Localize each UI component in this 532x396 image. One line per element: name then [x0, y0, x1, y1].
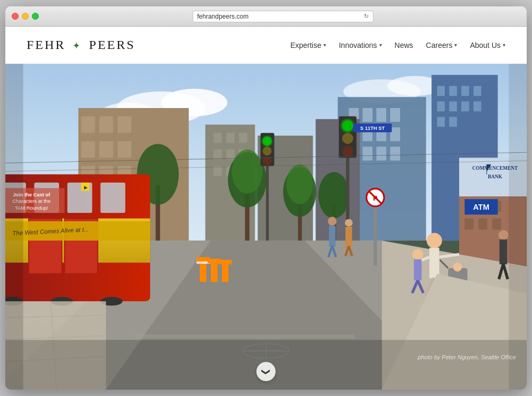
svg-rect-109: [101, 183, 126, 213]
svg-rect-63: [81, 141, 95, 158]
svg-rect-37: [213, 166, 222, 176]
svg-rect-135: [429, 248, 439, 278]
svg-rect-62: [118, 117, 131, 133]
svg-point-144: [453, 262, 462, 271]
nav-item-careers[interactable]: Careers ▾: [426, 41, 458, 50]
svg-rect-60: [81, 117, 95, 133]
nav-about-label: About Us: [470, 41, 501, 50]
nav-item-news[interactable]: News: [395, 41, 413, 50]
svg-rect-17: [376, 147, 386, 161]
svg-rect-22: [461, 86, 469, 96]
svg-point-157: [498, 230, 509, 240]
svg-rect-61: [99, 117, 113, 133]
svg-rect-65: [118, 141, 131, 158]
logo-text-right: Peers: [89, 38, 135, 52]
svg-text:ATM: ATM: [473, 203, 489, 211]
browser-window: fehrandpeers.com ↻ Fehr ✦ Peers Expertis…: [5, 6, 527, 390]
traffic-lights: [12, 13, 39, 20]
nav-item-about-us[interactable]: About Us ▾: [470, 41, 505, 50]
refresh-icon[interactable]: ↻: [364, 13, 369, 20]
svg-rect-32: [226, 133, 235, 143]
svg-point-89: [342, 146, 353, 157]
svg-rect-28: [437, 117, 445, 127]
nav-item-innovations[interactable]: Innovations ▾: [339, 41, 382, 50]
svg-rect-8: [363, 108, 373, 122]
chevron-down-icon: ▾: [323, 42, 326, 48]
svg-point-153: [345, 219, 353, 227]
svg-rect-33: [239, 133, 247, 143]
maximize-button[interactable]: [32, 13, 39, 20]
chevron-down-icon: ▾: [454, 42, 457, 48]
svg-text:▶: ▶: [84, 185, 88, 190]
hero-section: COMMENCEMENT BANK ATM: [5, 64, 527, 390]
website-content: Fehr ✦ Peers Expertise ▾ Innovations ▾ N…: [5, 27, 527, 390]
svg-point-76: [319, 172, 350, 218]
hero-image: COMMENCEMENT BANK ATM: [5, 64, 527, 390]
logo[interactable]: Fehr ✦ Peers: [27, 38, 135, 52]
svg-point-71: [232, 150, 263, 194]
svg-point-84: [262, 136, 273, 147]
nav-news-label: News: [395, 41, 413, 50]
logo-text-left: Fehr: [27, 38, 65, 52]
svg-rect-50: [478, 218, 487, 229]
chevron-down-icon: ❯: [261, 368, 271, 375]
svg-rect-49: [464, 218, 473, 229]
svg-rect-26: [461, 102, 469, 112]
svg-rect-18: [390, 147, 400, 161]
svg-rect-31: [213, 133, 222, 143]
svg-point-74: [286, 164, 313, 204]
svg-rect-27: [473, 102, 481, 112]
minimize-button[interactable]: [22, 13, 29, 20]
svg-rect-25: [449, 102, 457, 112]
address-bar[interactable]: fehrandpeers.com ↻: [193, 11, 373, 22]
nav-item-expertise[interactable]: Expertise ▾: [290, 41, 326, 50]
photo-credit: photo by Peter Nguyen, Seattle Office: [418, 354, 516, 360]
svg-point-82: [263, 147, 272, 156]
svg-point-134: [427, 233, 442, 248]
logo-leaf-icon: ✦: [72, 40, 82, 51]
svg-rect-158: [500, 240, 508, 265]
browser-titlebar: fehrandpeers.com ↻: [5, 6, 527, 27]
svg-rect-9: [376, 108, 386, 122]
address-bar-container: fehrandpeers.com ↻: [45, 11, 520, 22]
svg-rect-146: [414, 259, 422, 280]
svg-rect-64: [99, 141, 113, 158]
svg-rect-29: [449, 117, 457, 127]
nav-careers-label: Careers: [426, 41, 453, 50]
svg-rect-99: [134, 334, 354, 339]
svg-point-145: [412, 249, 423, 260]
svg-rect-24: [437, 102, 445, 112]
svg-rect-16: [363, 147, 373, 161]
svg-text:BANK: BANK: [488, 174, 503, 179]
scroll-down-button[interactable]: ❯: [256, 362, 276, 381]
svg-rect-126: [211, 261, 217, 282]
nav-expertise-label: Expertise: [290, 41, 321, 50]
svg-rect-128: [222, 262, 228, 282]
svg-point-90: [340, 119, 355, 133]
svg-rect-51: [492, 218, 501, 229]
svg-rect-10: [390, 108, 400, 122]
nav-links: Expertise ▾ Innovations ▾ News Careers ▾…: [290, 41, 505, 50]
svg-rect-150: [329, 226, 335, 246]
nav-innovations-label: Innovations: [339, 41, 377, 50]
svg-point-88: [342, 133, 353, 144]
svg-rect-35: [226, 150, 235, 160]
svg-text:S 11TH ST: S 11TH ST: [360, 126, 385, 131]
svg-rect-23: [473, 86, 481, 96]
chevron-down-icon: ▾: [503, 42, 505, 48]
svg-rect-154: [345, 227, 352, 246]
svg-rect-21: [449, 86, 457, 96]
svg-rect-20: [437, 86, 445, 96]
chevron-down-icon: ▾: [379, 42, 382, 48]
navbar: Fehr ✦ Peers Expertise ▾ Innovations ▾ N…: [5, 27, 527, 64]
close-button[interactable]: [12, 13, 19, 20]
logo-text: Fehr ✦ Peers: [27, 38, 135, 52]
svg-rect-34: [213, 150, 222, 160]
url-text: fehrandpeers.com: [197, 13, 249, 20]
svg-point-149: [328, 217, 337, 226]
svg-rect-129: [219, 260, 232, 264]
svg-text:P: P: [373, 195, 377, 202]
